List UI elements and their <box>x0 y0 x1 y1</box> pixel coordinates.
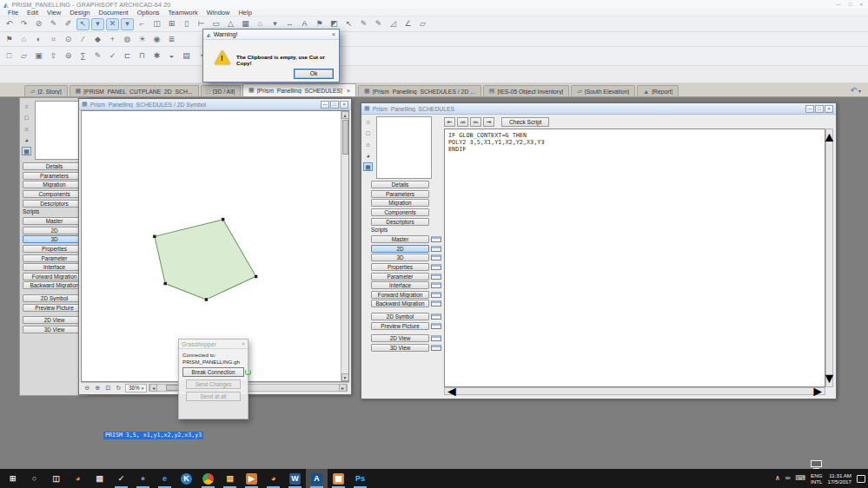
k-app-icon[interactable]: K <box>176 469 197 488</box>
ruler-icon[interactable]: ⊏ <box>121 50 134 63</box>
archicad-icon[interactable]: A <box>306 469 328 488</box>
tab-close-icon[interactable]: × <box>345 88 350 94</box>
clock[interactable]: 11:31 AM 17/5/2017 <box>827 472 851 485</box>
hotspot-icon[interactable]: ○ <box>363 117 373 126</box>
window-toggle[interactable] <box>431 246 441 252</box>
pointer-3d-icon[interactable]: ↖ <box>342 18 355 30</box>
lamp-icon[interactable]: ⌂ <box>363 140 373 148</box>
sidebar-item-details[interactable]: Details <box>23 162 86 171</box>
sidebar-item-preview-picture[interactable]: Preview Picture <box>23 303 86 312</box>
calendar-app-icon[interactable]: ▦ <box>328 469 349 488</box>
sidebar-item-master[interactable]: Master <box>23 217 86 226</box>
suspend-groups-icon[interactable]: ⊘ <box>32 18 45 30</box>
snap-points-icon[interactable]: ◆ <box>91 33 104 45</box>
refresh-icon[interactable]: ↻ <box>114 384 123 392</box>
tab-ies-05-object-inventory[interactable]: ▤ [IES-05 Object Inventory] <box>483 85 570 96</box>
rectangle-icon[interactable]: □ <box>363 129 373 137</box>
send-changes-button[interactable]: Send Changes <box>186 379 240 389</box>
pencil-red-icon[interactable]: ✎ <box>372 18 385 30</box>
undo-icon[interactable]: ↶ <box>3 18 16 30</box>
pick-up-parameters-icon[interactable]: ✎ <box>47 18 60 30</box>
globe-icon[interactable]: ◕ <box>363 151 373 160</box>
globe-icon[interactable]: ◍ <box>121 33 134 45</box>
grid-editor-icon[interactable]: ▦ <box>22 147 31 155</box>
sidebar-item-backward-migration[interactable]: Backward Migration <box>23 281 86 290</box>
purple-app-icon[interactable]: ● <box>132 469 154 488</box>
sidebar-item-parameter[interactable]: Parameter <box>371 272 441 280</box>
sidebar-item-master[interactable]: Master <box>371 235 441 244</box>
tab-south-elevation[interactable]: ▱ [South Elevation] <box>571 85 635 96</box>
window-maximize-button[interactable]: □ <box>815 105 824 113</box>
gravity-icon[interactable]: ⊙ <box>62 33 75 45</box>
window-toggle[interactable] <box>431 282 441 288</box>
tab-prism-panelling-schedules[interactable]: ▦ [Prism_Panelling_SCHEDULES] × <box>242 83 356 96</box>
zoom-level-control[interactable]: 36% ▾ <box>125 384 147 392</box>
close-button[interactable]: × <box>859 2 863 7</box>
tab-2-story[interactable]: ▱ [2. Story] <box>24 85 68 96</box>
sidebar-item-components[interactable]: Components <box>371 208 441 217</box>
sidebar-item-components[interactable]: Components <box>23 190 86 199</box>
sidebar-item-2d-symbol[interactable]: 2D Symbol <box>23 294 86 303</box>
firefox-icon[interactable]: ◕ <box>67 469 89 488</box>
guide-lines-icon[interactable]: ∕ <box>76 33 89 45</box>
sidebar-item-2d-view[interactable]: 2D View <box>371 334 441 343</box>
scroll-left-icon[interactable]: ◄ <box>149 384 157 392</box>
window-toggle[interactable] <box>431 313 441 320</box>
window-minimize-button[interactable]: — <box>321 101 329 109</box>
grid-snap-icon[interactable]: ⌗ <box>47 33 60 45</box>
sidebar-item-forward-migration[interactable]: Forward Migration <box>371 291 441 300</box>
menu-design[interactable]: Design <box>65 9 94 16</box>
window-titlebar[interactable]: ▦ Prism_Panelling_SCHEDULES / 2D Symbol … <box>79 99 351 110</box>
marquee-tool[interactable]: ✕ <box>106 18 119 30</box>
window-close-button[interactable]: × <box>825 105 833 113</box>
sidebar-item-3d[interactable]: 3D <box>23 235 86 244</box>
window-toggle[interactable] <box>431 264 441 270</box>
sidebar-item-3d-view[interactable]: 3D View <box>371 344 441 353</box>
dialog-titlebar[interactable]: ◭ Warning! × <box>203 30 339 40</box>
camera-icon[interactable]: ◉ <box>150 33 163 45</box>
sidebar-item-properties[interactable]: Properties <box>23 245 86 254</box>
window-toggle[interactable] <box>431 300 441 307</box>
scroll-right-icon[interactable]: ► <box>339 384 347 392</box>
minimize-button[interactable]: — <box>836 2 841 7</box>
window-toggle[interactable] <box>431 323 441 329</box>
sidebar-item-parameters[interactable]: Parameters <box>23 172 86 181</box>
sidebar-item-details[interactable]: Details <box>371 181 441 189</box>
window-close-button[interactable]: × <box>340 101 348 109</box>
word-icon[interactable]: W <box>284 469 306 488</box>
store-icon[interactable]: ▤ <box>89 469 110 488</box>
markup-icon[interactable]: ✎ <box>91 50 104 63</box>
magic-wand-icon[interactable]: ✱ <box>150 50 163 63</box>
sidebar-item-migration[interactable]: Migration <box>371 199 441 208</box>
scripts-section-label[interactable]: Scripts <box>371 227 441 234</box>
layers-icon[interactable]: ≣ <box>165 33 178 45</box>
arrow-tool[interactable]: ↖ <box>76 18 89 30</box>
media-app-icon[interactable]: ▶ <box>241 469 262 488</box>
inject-parameters-icon[interactable]: ✐ <box>62 18 75 30</box>
palette-titlebar[interactable]: Grasshopper × <box>179 340 248 349</box>
window-minimize-button[interactable]: — <box>805 105 814 113</box>
window-toggle[interactable] <box>431 345 441 351</box>
zoom-in-icon[interactable]: ⊕ <box>93 384 103 392</box>
review-icon[interactable]: ✓ <box>106 50 119 63</box>
fill-tool[interactable]: ▱ <box>416 18 429 30</box>
notification-center-icon[interactable] <box>857 475 865 483</box>
language-indicator[interactable]: ENG INTL <box>811 472 822 485</box>
edge-icon[interactable]: e <box>154 469 176 488</box>
new-file-icon[interactable]: □ <box>3 50 16 63</box>
window-toggle[interactable] <box>431 274 441 280</box>
tab-prism-panel-cutplane-2d-sch[interactable]: ▦ [PRISM_PANEL_CUTPLANE_2D_SCH... <box>70 85 199 96</box>
sidebar-item-forward-migration[interactable]: Forward Migration <box>23 273 86 281</box>
angle-icon[interactable]: ∠ <box>401 18 414 30</box>
vertical-scrollbar[interactable]: ▲ ▼ <box>341 111 348 381</box>
chrome-icon[interactable] <box>197 469 219 488</box>
sidebar-item-interface[interactable]: Interface <box>371 281 441 290</box>
redo-icon[interactable]: ↷ <box>17 18 30 30</box>
tab-3d-all[interactable]: □ [3D / All] <box>201 85 242 96</box>
scroll-up-icon[interactable]: ▲ <box>341 111 349 119</box>
menu-window[interactable]: Window <box>202 9 235 16</box>
menu-options[interactable]: Options <box>133 9 164 16</box>
scroll-left-icon[interactable]: ◄ <box>445 384 459 399</box>
scripts-section-label[interactable]: Scripts <box>23 208 86 216</box>
save-icon[interactable]: ▣ <box>32 50 45 63</box>
